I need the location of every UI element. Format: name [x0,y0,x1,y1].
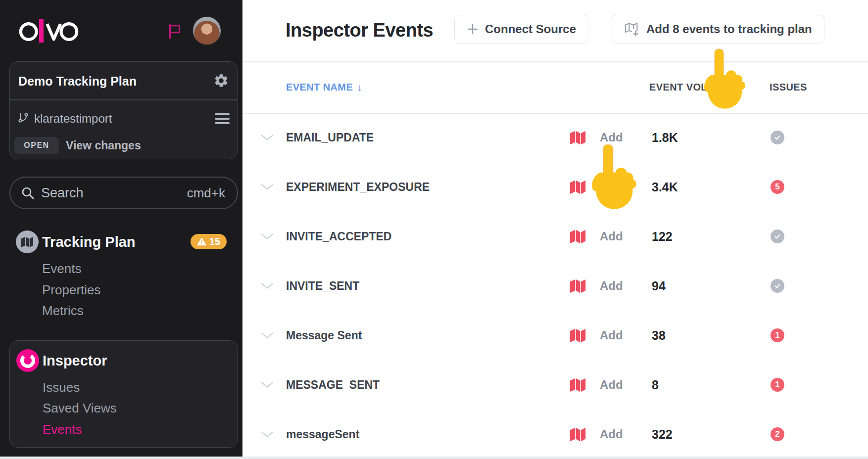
event-volume: 122 [652,230,673,244]
sidebar-item-tp-events[interactable]: Events [42,261,82,276]
issues-count-badge[interactable]: 1 [771,328,784,342]
chevron-down-icon[interactable] [261,282,274,290]
branch-icon [17,112,29,124]
workspace-name[interactable]: Demo Tracking Plan [18,74,137,89]
map-icon [569,377,586,392]
warning-count: 15 [209,236,220,247]
column-header-event-name[interactable]: EVENT NAME ↓ [286,82,362,93]
sidebar: Demo Tracking Plan klaratestimport OPEN … [0,0,242,459]
add-event-link[interactable]: Add [600,131,623,144]
issues-count-badge[interactable]: 1 [771,378,784,392]
header-divider [242,61,868,62]
search-shortcut: cmd+k [187,185,225,201]
map-icon [569,229,586,244]
chevron-down-icon[interactable] [261,184,274,191]
search-input[interactable]: Search cmd+k [9,177,238,209]
bottom-edge-strip [0,457,868,459]
user-avatar[interactable] [193,16,221,45]
sidebar-item-inspector[interactable]: Inspector [43,353,107,369]
issues-ok-badge[interactable] [771,279,784,293]
chevron-down-icon[interactable] [261,381,274,389]
issues-ok-badge[interactable] [771,131,784,144]
add-event-link[interactable]: Add [600,180,623,194]
event-volume: 8 [652,378,659,392]
event-volume: 322 [652,427,673,442]
connect-source-label: Connect Source [485,22,576,36]
map-icon [569,278,586,293]
branch-name[interactable]: klaratestimport [34,112,112,126]
event-name[interactable]: EXPERIMENT_EXPOSURE [286,181,430,194]
column-header-event-volume[interactable]: EVENT VOLUME [649,82,730,93]
table-row: Message Sent Add 38 1 [242,311,868,360]
sort-descending-icon: ↓ [357,82,362,93]
search-placeholder: Search [41,185,84,201]
add-event-link[interactable]: Add [600,230,623,243]
search-icon [20,185,35,200]
gear-icon[interactable] [213,73,229,89]
chevron-down-icon[interactable] [261,134,274,141]
map-add-icon [624,21,640,37]
event-volume: 38 [652,328,666,343]
map-icon [569,328,586,343]
sidebar-item-ins-saved-views[interactable]: Saved Views [43,401,117,416]
sidebar-item-tp-metrics[interactable]: Metrics [42,303,84,319]
table-row: INVITE_SENT Add 94 [242,261,868,311]
sidebar-item-tp-properties[interactable]: Properties [42,282,101,298]
event-volume: 94 [652,279,666,293]
card-divider [10,99,238,100]
inspector-card: Inspector Issues Saved Views Events [9,340,238,448]
plus-icon [467,23,479,35]
map-icon [569,130,586,145]
issues-count-badge[interactable]: 2 [771,427,784,441]
warning-triangle-icon [197,237,206,246]
chevron-down-icon[interactable] [261,332,274,339]
branch-status-badge: OPEN [14,137,59,154]
add-event-link[interactable]: Add [600,378,623,392]
add-events-to-plan-label: Add 8 events to tracking plan [646,22,812,36]
view-changes-link[interactable]: View changes [66,139,141,152]
table-row: EXPERIMENT_EXPOSURE Add 3.4K 5 [242,162,868,212]
add-event-link[interactable]: Add [600,328,623,342]
sidebar-item-ins-events[interactable]: Events [43,422,82,437]
add-event-link[interactable]: Add [600,427,623,441]
event-name[interactable]: messageSent [286,428,359,441]
menu-icon[interactable] [215,113,230,127]
sidebar-item-ins-issues[interactable]: Issues [43,380,80,395]
chevron-down-icon[interactable] [261,431,274,438]
issues-ok-badge[interactable] [771,230,784,243]
chevron-down-icon[interactable] [261,233,274,240]
add-events-to-plan-button[interactable]: Add 8 events to tracking plan [612,15,824,44]
workspace-card: Demo Tracking Plan klaratestimport OPEN … [9,61,238,159]
event-name[interactable]: EMAIL_UPDATE [286,131,374,144]
issues-count-badge[interactable]: 5 [771,180,784,194]
table-row: MESSAGE_SENT Add 8 1 [242,360,868,410]
sidebar-item-tracking-plan[interactable]: Tracking Plan [42,234,136,250]
tracking-plan-warning-badge[interactable]: 15 [191,234,227,249]
flag-icon[interactable] [166,23,183,40]
inspector-icon [16,349,39,372]
table-row: INVITE_ACCEPTED Add 122 [242,212,868,261]
map-icon [569,427,586,442]
page-title: Inspector Events [286,20,433,41]
add-event-link[interactable]: Add [600,279,623,293]
event-name[interactable]: MESSAGE_SENT [286,378,380,392]
avo-app: Demo Tracking Plan klaratestimport OPEN … [0,0,868,459]
main-content: Inspector Events Connect Source Add 8 ev… [242,0,868,459]
avo-logo [18,19,81,43]
tracking-plan-icon [16,230,39,253]
table-row: messageSent Add 322 2 [242,410,868,459]
table-row: EMAIL_UPDATE Add 1.8K [242,113,868,162]
connect-source-button[interactable]: Connect Source [454,15,588,44]
event-name[interactable]: INVITE_ACCEPTED [286,230,391,243]
event-volume: 3.4K [652,180,678,194]
event-name[interactable]: INVITE_SENT [286,279,359,293]
event-name[interactable]: Message Sent [286,329,362,342]
event-volume: 1.8K [652,131,678,145]
column-header-issues[interactable]: ISSUES [770,82,807,93]
map-icon [569,180,586,194]
